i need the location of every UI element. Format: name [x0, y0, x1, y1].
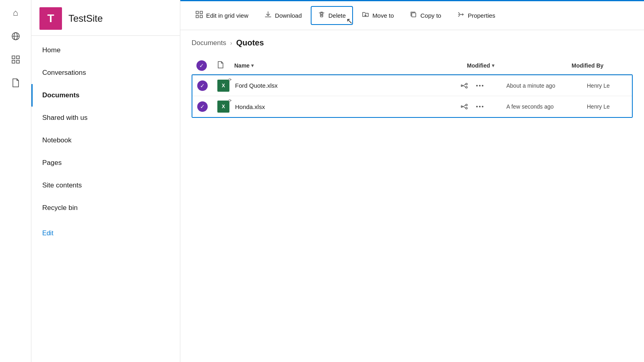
download-button[interactable]: Download — [257, 6, 309, 25]
move-to-icon — [362, 11, 369, 20]
sidebar-item-documents[interactable]: Documents — [31, 84, 180, 107]
svg-point-21 — [476, 106, 478, 107]
svg-rect-6 — [17, 60, 19, 63]
svg-rect-9 — [196, 15, 198, 18]
name-sort-icon: ▾ — [251, 63, 254, 68]
select-all-checkbox[interactable]: ✓ — [196, 60, 207, 71]
svg-point-22 — [479, 106, 481, 107]
breadcrumb-separator: › — [230, 40, 232, 46]
svg-point-15 — [476, 85, 478, 86]
svg-point-13 — [466, 86, 467, 88]
svg-rect-3 — [12, 56, 15, 59]
properties-button[interactable]: Properties — [450, 6, 502, 25]
excel-refresh-icon-honda: ⟳ — [228, 99, 231, 103]
modified-ford: About a minute ago — [506, 82, 587, 89]
modified-honda: A few seconds ago — [506, 103, 587, 110]
delete-icon — [318, 11, 325, 20]
svg-point-12 — [466, 83, 467, 85]
svg-rect-10 — [200, 15, 202, 18]
svg-rect-5 — [12, 60, 15, 63]
name-column-header[interactable]: Name ▾ — [234, 62, 467, 69]
content-area: Documents › Quotes ✓ Name ▾ — [180, 30, 644, 362]
modified-by-honda: Henry Le — [587, 103, 627, 110]
move-to-button[interactable]: Move to — [355, 6, 401, 25]
site-logo: T — [39, 7, 62, 30]
sidebar-item-recycle-bin[interactable]: Recycle bin — [31, 197, 180, 219]
document-icon[interactable] — [8, 75, 24, 91]
copy-to-button[interactable]: Copy to — [402, 6, 448, 25]
file-area: ✓ Name ▾ Modified ▾ Modified B — [192, 57, 633, 118]
svg-point-23 — [482, 106, 483, 107]
svg-point-17 — [482, 85, 483, 86]
breadcrumb-parent[interactable]: Documents — [192, 39, 226, 47]
home-icon[interactable]: ⌂ — [8, 5, 24, 21]
nav-list: Home Conversations Documents Shared with… — [31, 36, 180, 362]
file-name-honda: Honda.xlsx — [235, 103, 458, 110]
grid-view-icon — [196, 11, 203, 20]
sidebar-item-shared[interactable]: Shared with us — [31, 107, 180, 129]
cursor-pointer: ↖ — [346, 16, 353, 26]
grid-icon[interactable] — [8, 51, 24, 68]
file-name-ford: Ford Quote.xlsx — [235, 82, 458, 89]
sidebar-item-pages[interactable]: Pages — [31, 152, 180, 174]
svg-rect-11 — [412, 13, 416, 17]
svg-point-18 — [466, 104, 467, 106]
modified-column-header[interactable]: Modified ▾ — [467, 62, 572, 69]
more-options-icon-ford[interactable] — [473, 79, 486, 92]
file-selection-box: ✓ X ⟳ Ford Quote.xlsx — [192, 74, 633, 118]
copy-to-icon — [410, 11, 417, 20]
modified-sort-icon: ▾ — [492, 63, 494, 68]
globe-icon[interactable] — [8, 28, 24, 44]
modified-by-ford: Henry Le — [587, 82, 627, 89]
svg-rect-4 — [17, 56, 19, 59]
svg-rect-7 — [196, 11, 198, 14]
download-icon — [264, 11, 272, 20]
main-content: Edit in grid view Download Delete ↖ — [180, 0, 644, 362]
row-checkbox-honda[interactable]: ✓ — [197, 101, 217, 112]
toolbar: Edit in grid view Download Delete ↖ — [180, 1, 644, 30]
share-icon-ford[interactable] — [458, 79, 471, 92]
sidebar-item-home[interactable]: Home — [31, 39, 180, 62]
sidebar-item-conversations[interactable]: Conversations — [31, 62, 180, 84]
file-icon-header — [217, 61, 234, 70]
breadcrumb: Documents › Quotes — [192, 38, 633, 47]
delete-button[interactable]: Delete ↖ — [311, 6, 353, 25]
left-rail: ⌂ — [0, 0, 31, 362]
check-honda: ✓ — [197, 101, 208, 112]
more-options-icon-honda[interactable] — [473, 100, 486, 113]
edit-grid-view-button[interactable]: Edit in grid view — [188, 6, 256, 25]
check-all-header: ✓ — [196, 60, 217, 71]
site-header: T TestSite — [31, 0, 180, 36]
svg-point-19 — [466, 107, 467, 109]
check-ford: ✓ — [197, 80, 208, 91]
sidebar-item-notebook[interactable]: Notebook — [31, 129, 180, 152]
table-row[interactable]: ✓ X ⟳ Ford Quote.xlsx — [192, 75, 632, 96]
share-icon-honda[interactable] — [458, 100, 471, 113]
modified-by-column-header: Modified By — [572, 62, 628, 69]
breadcrumb-current: Quotes — [236, 38, 264, 47]
column-headers: ✓ Name ▾ Modified ▾ Modified B — [192, 57, 633, 74]
site-title: TestSite — [68, 13, 103, 24]
row-checkbox-ford[interactable]: ✓ — [197, 80, 217, 91]
svg-rect-8 — [200, 11, 202, 14]
svg-point-16 — [479, 85, 481, 86]
sidebar-item-edit[interactable]: Edit — [31, 222, 180, 244]
excel-icon-honda: X ⟳ — [217, 101, 235, 113]
excel-refresh-icon: ⟳ — [228, 78, 231, 82]
sidebar: T TestSite Home Conversations Documents … — [31, 0, 180, 362]
properties-icon — [457, 11, 464, 20]
table-row[interactable]: ✓ X ⟳ Honda.xlsx — [192, 96, 632, 117]
sidebar-item-site-contents[interactable]: Site contents — [31, 174, 180, 197]
excel-icon-ford: X ⟳ — [217, 80, 235, 92]
